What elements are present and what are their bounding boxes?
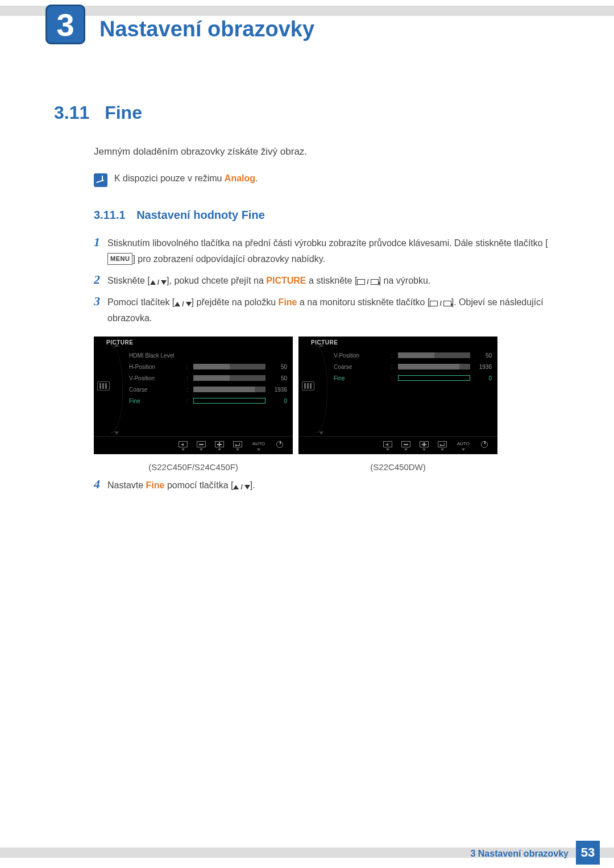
chapter-number-badge: 3 <box>45 5 85 44</box>
section-title: 3.11 Fine <box>54 102 557 123</box>
osd-enter-button <box>437 441 447 451</box>
osd-colon: : <box>391 364 395 370</box>
osd-row: V-Position:50 <box>129 372 287 384</box>
osd-footer: AUTO <box>94 436 293 452</box>
picture-menu-icon <box>302 381 314 391</box>
osd-colon: : <box>186 364 190 370</box>
content: 3.11 Fine Jemným doladěním obrazovky zís… <box>0 68 614 493</box>
steps-list-cont: 4 Nastavte Fine pomocí tlačítka [/]. <box>94 477 557 493</box>
osd-slider <box>398 364 470 369</box>
osd-plus-button <box>419 441 429 451</box>
osd-row-label: Fine <box>334 375 388 381</box>
osd-row: H-Position:50 <box>129 361 287 372</box>
osd-value: 50 <box>269 364 287 370</box>
osd-value: 0 <box>269 398 287 404</box>
osd-row: Coarse:1936 <box>129 384 287 395</box>
step-number: 4 <box>94 477 107 491</box>
osd-row-label: V-Position <box>129 375 183 381</box>
osd-row: Coarse:1936 <box>334 361 492 372</box>
step-text: Stiskněte [/], pokud chcete přejít na PI… <box>107 273 430 289</box>
note-text: K dispozici pouze v režimu Analog. <box>114 173 258 184</box>
step-number: 1 <box>94 235 107 249</box>
osd-auto-button: AUTO <box>251 441 267 451</box>
header: 3 Nastavení obrazovky <box>0 0 614 68</box>
step-4: 4 Nastavte Fine pomocí tlačítka [/]. <box>94 477 557 493</box>
osd-footer: AUTO <box>298 436 497 452</box>
osd-value: 0 <box>474 375 492 381</box>
osd-slider <box>193 364 265 369</box>
page-number: 53 <box>576 841 600 865</box>
up-down-icon: / <box>175 298 191 310</box>
osd-slider <box>193 375 265 381</box>
osd-row: HDMI Black Level <box>129 350 287 361</box>
osd-power-button <box>479 441 489 451</box>
step-text: Stisknutím libovolného tlačítka na předn… <box>107 235 557 267</box>
header-divider <box>0 6 614 16</box>
footer-label: 3 Nastavení obrazovky <box>470 849 569 859</box>
osd-auto-button: AUTO <box>455 441 471 451</box>
step-3: 3 Pomocí tlačítek [/] přejděte na položk… <box>94 294 557 326</box>
source-enter-icon: / <box>430 298 451 310</box>
osd-colon: : <box>186 387 190 393</box>
osd-minus-button <box>196 441 206 451</box>
osd-colon: : <box>391 352 395 359</box>
osd-slider <box>193 398 265 404</box>
osd-row-label: Fine <box>129 398 183 404</box>
osd-screenshots: PICTURE HDMI Black LevelH-Position:50V-P… <box>94 337 557 454</box>
up-down-icon: / <box>150 277 167 289</box>
osd-value: 50 <box>269 375 287 381</box>
step-number: 2 <box>94 273 107 286</box>
section-name: Fine <box>105 102 142 123</box>
osd-row-label: Coarse <box>129 387 183 393</box>
subsection-number: 3.11.1 <box>94 209 126 221</box>
osd-header: PICTURE <box>94 337 293 347</box>
osd-plus-button <box>214 441 225 451</box>
osd-back-button <box>383 441 393 451</box>
osd-row-label: Coarse <box>334 364 388 370</box>
picture-menu-icon <box>97 381 110 391</box>
subsection-title: 3.11.1 Nastavení hodnoty Fine <box>94 209 557 222</box>
steps-list: 1 Stisknutím libovolného tlačítka na pře… <box>94 235 557 326</box>
osd-value: 1936 <box>474 364 492 370</box>
osd-slider <box>398 352 470 358</box>
source-enter-icon: / <box>357 276 378 288</box>
intro-text: Jemným doladěním obrazovky získáte živý … <box>94 146 557 157</box>
osd-enter-button <box>233 441 243 451</box>
note: K dispozici pouze v režimu Analog. <box>94 173 557 187</box>
osd-panel-1: PICTURE HDMI Black LevelH-Position:50V-P… <box>94 337 293 454</box>
osd-slider <box>398 375 470 381</box>
osd-caption-1: (S22C450F/S24C450F) <box>94 462 293 472</box>
osd-colon: : <box>186 398 190 404</box>
chapter-title: Nastavení obrazovky <box>99 17 314 41</box>
osd-captions: (S22C450F/S24C450F) (S22C450DW) <box>94 462 557 472</box>
osd-colon: : <box>186 375 190 381</box>
osd-minus-button <box>401 441 411 451</box>
osd-row: Fine:0 <box>129 395 287 406</box>
subsection-name: Nastavení hodnoty Fine <box>136 209 265 221</box>
step-2: 2 Stiskněte [/], pokud chcete přejít na … <box>94 273 557 289</box>
osd-power-button <box>275 441 285 451</box>
osd-panel-2: PICTURE V-Position:50Coarse:1936Fine:0 <box>298 337 497 454</box>
osd-rows: HDMI Black LevelH-Position:50V-Position:… <box>112 347 293 433</box>
osd-value: 50 <box>474 352 492 359</box>
osd-row-label: H-Position <box>129 364 183 370</box>
step-number: 3 <box>94 294 107 308</box>
osd-colon: : <box>391 375 395 381</box>
osd-row-label: V-Position <box>334 352 388 359</box>
osd-caption-2: (S22C450DW) <box>298 462 497 472</box>
osd-back-button <box>178 441 188 451</box>
osd-row: Fine:0 <box>334 372 492 384</box>
step-text: Pomocí tlačítek [/] přejděte na položku … <box>107 294 557 326</box>
up-down-icon: / <box>233 481 250 493</box>
note-icon <box>94 173 107 187</box>
osd-rows: V-Position:50Coarse:1936Fine:0 <box>317 347 497 433</box>
osd-row-label: HDMI Black Level <box>129 352 183 359</box>
step-text: Nastavte Fine pomocí tlačítka [/]. <box>107 477 255 493</box>
menu-button-label: MENU <box>107 253 132 265</box>
step-1: 1 Stisknutím libovolného tlačítka na pře… <box>94 235 557 267</box>
osd-row: V-Position:50 <box>334 350 492 361</box>
footer: 3 Nastavení obrazovky 53 <box>0 844 614 868</box>
osd-header: PICTURE <box>298 337 497 347</box>
osd-slider <box>193 387 265 392</box>
osd-value: 1936 <box>269 387 287 393</box>
